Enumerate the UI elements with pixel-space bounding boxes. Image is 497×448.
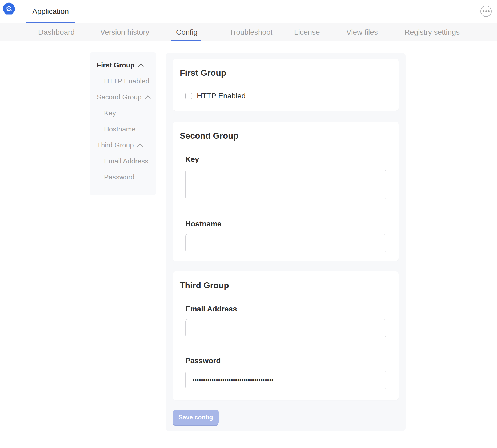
- sidebar-item-label: First Group: [97, 61, 135, 69]
- app-title-tab[interactable]: Application: [26, 0, 75, 23]
- ellipsis-icon: [485, 10, 487, 12]
- field-label: Key: [185, 155, 386, 164]
- http-enabled-checkbox[interactable]: [185, 93, 192, 99]
- sidebar-item-hostname[interactable]: Hostname: [90, 121, 156, 137]
- tab-troubleshoot[interactable]: Troubleshoot: [229, 23, 272, 41]
- tab-registry-settings[interactable]: Registry settings: [404, 23, 460, 41]
- tab-dashboard[interactable]: Dashboard: [38, 23, 75, 41]
- tab-license[interactable]: License: [294, 23, 320, 41]
- active-tab-underline: [171, 40, 201, 41]
- active-app-underline: [26, 22, 75, 23]
- chevron-up-icon: [145, 95, 151, 99]
- kubernetes-logo-icon: [3, 2, 15, 15]
- config-group-second: Second Group Key Hostname: [173, 122, 399, 261]
- email-address-field: Email Address: [185, 305, 386, 337]
- sidebar-item-label: HTTP Enabled: [104, 77, 149, 85]
- sidebar-item-key[interactable]: Key: [90, 105, 156, 121]
- ellipsis-icon: [483, 10, 484, 12]
- sidebar-item-password[interactable]: Password: [90, 169, 156, 185]
- checkbox-label[interactable]: HTTP Enabled: [197, 92, 246, 100]
- password-input[interactable]: [185, 371, 386, 389]
- field-label: Email Address: [185, 305, 386, 313]
- sidebar-item-third-group[interactable]: Third Group: [90, 137, 156, 153]
- http-enabled-field: HTTP Enabled: [185, 92, 386, 100]
- sidebar-item-label: Hostname: [104, 125, 136, 133]
- sidebar-item-http-enabled[interactable]: HTTP Enabled: [90, 73, 156, 89]
- email-address-input[interactable]: [185, 319, 386, 337]
- password-field: Password: [185, 357, 386, 389]
- top-header: Application: [0, 0, 497, 23]
- sidebar-item-label: Key: [104, 109, 116, 117]
- sidebar-item-email-address[interactable]: Email Address: [90, 153, 156, 169]
- config-sidebar: First Group HTTP Enabled Second Group Ke…: [90, 52, 156, 195]
- sidebar-item-label: Second Group: [97, 93, 142, 101]
- sidebar-item-second-group[interactable]: Second Group: [90, 89, 156, 105]
- hostname-field: Hostname: [185, 220, 386, 252]
- config-group-third: Third Group Email Address Password: [173, 271, 399, 400]
- config-panel: First Group HTTP Enabled Second Group Ke…: [166, 53, 406, 431]
- ellipsis-icon: [488, 10, 490, 12]
- overflow-menu-button[interactable]: [480, 6, 492, 17]
- tab-version-history[interactable]: Version history: [100, 23, 149, 41]
- sidebar-item-label: Third Group: [97, 141, 134, 149]
- field-label: Password: [185, 357, 386, 365]
- sidebar-item-first-group[interactable]: First Group: [90, 57, 156, 73]
- group-title: First Group: [180, 68, 386, 78]
- field-label: Hostname: [185, 220, 386, 228]
- hostname-input[interactable]: [185, 234, 386, 252]
- sidebar-item-label: Email Address: [104, 157, 148, 165]
- chevron-up-icon: [137, 143, 143, 147]
- tab-view-files[interactable]: View files: [346, 23, 378, 41]
- save-config-button[interactable]: Save config: [173, 410, 219, 425]
- app-nav-bar: Dashboard Version history Config Trouble…: [0, 23, 497, 41]
- config-group-first: First Group HTTP Enabled: [173, 59, 399, 111]
- sidebar-item-label: Password: [104, 173, 134, 181]
- tab-config[interactable]: Config: [176, 23, 198, 41]
- key-field: Key: [185, 155, 386, 201]
- key-textarea[interactable]: [185, 170, 386, 199]
- chevron-up-icon: [138, 63, 144, 67]
- group-title: Third Group: [180, 281, 386, 290]
- group-title: Second Group: [180, 131, 386, 141]
